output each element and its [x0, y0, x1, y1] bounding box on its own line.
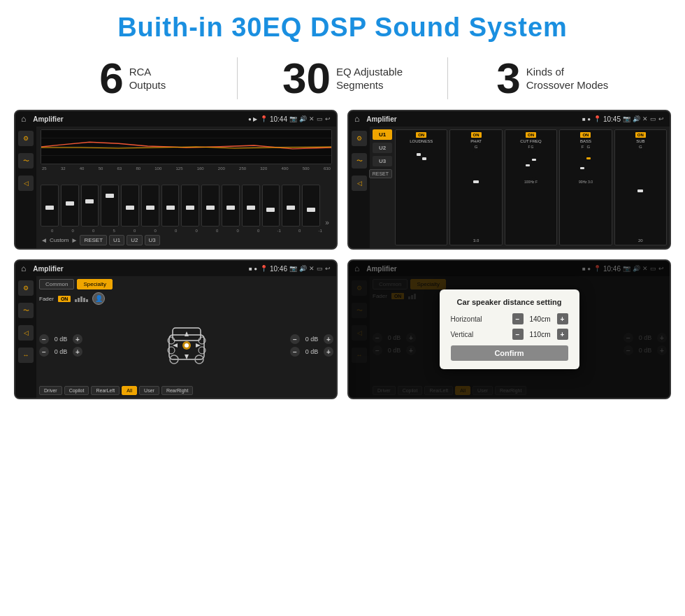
phat-label: PHAT — [470, 139, 482, 143]
dialog-horizontal-plus[interactable]: + — [557, 313, 568, 324]
eq-icon[interactable]: ⚙ — [18, 131, 34, 146]
home-icon-1[interactable]: ⌂ — [21, 114, 26, 124]
stat-eq: 30 EQ Adjustable Segments — [252, 57, 433, 100]
fader-bar-4 — [83, 298, 85, 302]
eq-slider-4[interactable] — [101, 185, 119, 227]
freq-50: 50 — [99, 166, 103, 171]
btn-copilot[interactable]: Copilot — [64, 386, 89, 395]
eq-val-3: 0 — [83, 229, 104, 233]
eq-slider-7[interactable] — [161, 185, 180, 227]
dialog-vertical-row: Vertical − 110cm + — [451, 329, 568, 340]
eq-slider-14[interactable] — [302, 185, 320, 227]
amp-reset-btn[interactable]: RESET — [369, 169, 392, 178]
cs-tabs: Common Specialty — [39, 279, 333, 289]
camera-icon-3: 📷 — [289, 265, 297, 272]
freq-32: 32 — [61, 166, 66, 171]
btn-user[interactable]: User — [139, 386, 159, 395]
freq-63: 63 — [117, 166, 122, 171]
eq-slider-13[interactable] — [282, 185, 300, 227]
time-3: 10:46 — [270, 265, 287, 273]
location-icon-1: 📍 — [260, 115, 268, 122]
eq-slider-10[interactable] — [222, 185, 240, 227]
eq-slider-9[interactable] — [201, 185, 219, 227]
eq-prev-icon[interactable]: ◄ — [41, 236, 48, 244]
eq-icon-2[interactable]: ⚙ — [352, 131, 367, 146]
db-row-3: − 0 dB + — [290, 334, 333, 344]
screen2-content: ⚙ 〜 ◁ U1 U2 U3 RESET ON LOUDNESS — [349, 127, 670, 248]
dialog-vertical-plus[interactable]: + — [557, 329, 568, 340]
plus-btn-1[interactable]: + — [73, 334, 82, 344]
vol-icon-3[interactable]: ◁ — [18, 325, 34, 341]
plus-btn-2[interactable]: + — [73, 347, 82, 357]
eq-slider-3[interactable] — [81, 185, 99, 227]
minus-btn-2[interactable]: − — [39, 347, 49, 357]
close-icon-1: ✕ — [309, 115, 315, 122]
eq-slider-5[interactable] — [121, 185, 139, 227]
eq-main: 25 32 40 50 63 80 100 125 160 200 250 32… — [36, 127, 336, 248]
btn-driver[interactable]: Driver — [39, 386, 62, 395]
vol-icon-2[interactable]: ◁ — [352, 176, 367, 191]
vol-icon[interactable]: ◁ — [18, 176, 34, 191]
side-icons-1: ⚙ 〜 ◁ — [15, 127, 36, 248]
eq-slider-2[interactable] — [61, 185, 79, 227]
eq-u2-btn[interactable]: U2 — [127, 235, 142, 245]
wave-icon-3[interactable]: 〜 — [18, 303, 34, 318]
preset-u1[interactable]: U1 — [373, 129, 392, 140]
eq-reset-btn[interactable]: RESET — [80, 235, 107, 245]
eq-slider-11[interactable] — [242, 185, 260, 227]
expand-icon-3[interactable]: ↔ — [18, 348, 34, 363]
eq-icon-3[interactable]: ⚙ — [18, 280, 34, 296]
minus-btn-1[interactable]: − — [39, 334, 49, 344]
screen-cs: ⌂ Amplifier ■ ● 📍 10:46 📷 🔊 ✕ ▭ ↩ ⚙ 〜 ◁ … — [14, 259, 338, 399]
eq-slider-6[interactable] — [141, 185, 159, 227]
eq-expand-icon[interactable]: » — [322, 219, 332, 227]
tab-specialty[interactable]: Specialty — [77, 279, 112, 289]
eq-val-7: 0 — [166, 229, 187, 233]
preset-u3[interactable]: U3 — [373, 156, 392, 166]
minus-btn-3[interactable]: − — [290, 334, 300, 344]
home-icon-2[interactable]: ⌂ — [354, 114, 359, 124]
eq-slider-8[interactable] — [181, 185, 199, 227]
eq-val-8: 0 — [187, 229, 208, 233]
freq-250: 250 — [239, 166, 246, 171]
eq-val-12: -1 — [269, 229, 290, 233]
dialog-vertical-label: Vertical — [451, 331, 474, 338]
wave-icon[interactable]: 〜 — [18, 153, 34, 169]
dialog-horizontal-minus[interactable]: − — [512, 313, 524, 324]
profile-icon-3[interactable]: 👤 — [92, 292, 105, 305]
eq-slider-1[interactable] — [41, 185, 59, 227]
preset-u2[interactable]: U2 — [373, 143, 392, 153]
eq-val-2: 0 — [63, 229, 84, 233]
dialog-confirm-btn[interactable]: Confirm — [451, 345, 568, 361]
eq-slider-12[interactable] — [262, 185, 280, 227]
screen-dialog: ⌂ Amplifier ■ ● 📍 10:46 📷 🔊 ✕ ▭ ↩ ⚙ 〜 ◁ … — [347, 259, 671, 399]
screen3-content: ⚙ 〜 ◁ ↔ Common Specialty Fader ON — [15, 276, 336, 398]
btn-rear-right[interactable]: RearRight — [161, 386, 194, 395]
wave-icon-2[interactable]: 〜 — [352, 153, 367, 169]
back-icon-1: ↩ — [325, 115, 331, 122]
eq-u1-btn[interactable]: U1 — [109, 235, 124, 245]
svg-marker-14 — [185, 331, 189, 336]
screens-grid: ⌂ Amplifier ● ▶ 📍 10:44 📷 🔊 ✕ ▭ ↩ ⚙ 〜 ◁ — [0, 110, 685, 410]
plus-btn-3[interactable]: + — [324, 334, 333, 344]
eq-sliders: » — [41, 173, 332, 227]
cs-fader-row: Fader ON 👤 — [39, 292, 333, 305]
stat-crossover-number: 3 — [496, 57, 520, 100]
minus-btn-4[interactable]: − — [290, 347, 300, 357]
car-diagram-svg — [159, 314, 215, 377]
plus-btn-4[interactable]: + — [324, 347, 333, 357]
btn-all[interactable]: All — [122, 386, 137, 395]
eq-next-icon[interactable]: ► — [71, 236, 78, 244]
eq-u3-btn[interactable]: U3 — [145, 235, 160, 245]
dialog-vertical-minus[interactable]: − — [512, 329, 524, 340]
freq-630: 630 — [324, 166, 331, 171]
btn-rear-left[interactable]: RearLeft — [91, 386, 120, 395]
close-icon-2: ✕ — [642, 115, 648, 122]
window-icon-2: ▭ — [650, 115, 656, 122]
home-icon-3[interactable]: ⌂ — [21, 264, 26, 273]
screen-eq: ⌂ Amplifier ● ▶ 📍 10:44 📷 🔊 ✕ ▭ ↩ ⚙ 〜 ◁ — [14, 110, 338, 250]
tab-common[interactable]: Common — [39, 279, 74, 289]
cutfreq-label: CUT FREQ — [520, 139, 542, 143]
stat-rca: 6 RCA Outputs — [42, 57, 223, 100]
phat-g-label: G — [475, 145, 478, 149]
